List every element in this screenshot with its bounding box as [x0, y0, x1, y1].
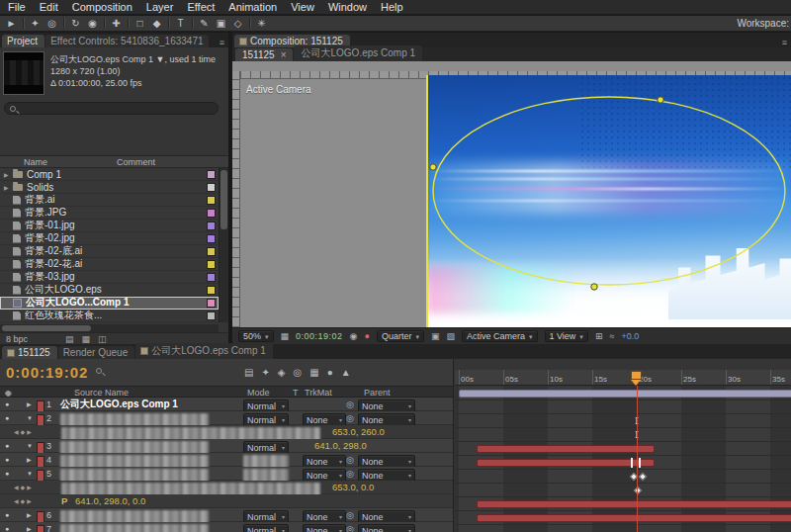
- eraser-tool[interactable]: ◇: [229, 16, 246, 31]
- mode-select[interactable]: Normal▾: [243, 524, 289, 532]
- delete-icon[interactable]: ◫: [98, 334, 107, 344]
- pickwhip-icon[interactable]: ◎: [346, 398, 354, 411]
- pickwhip-icon[interactable]: ◎: [346, 508, 354, 522]
- project-item[interactable]: ▶Comp 1: [0, 168, 219, 181]
- composition-view-image[interactable]: [426, 75, 791, 327]
- clone-stamp-tool[interactable]: ▣: [213, 16, 229, 31]
- path-vertex-point[interactable]: [591, 284, 597, 290]
- new-folder-icon[interactable]: ▤: [65, 334, 74, 344]
- pixel-aspect-correction-icon[interactable]: ⊞: [595, 331, 603, 341]
- column-name[interactable]: Name: [24, 157, 47, 167]
- twirl-icon[interactable]: ▶: [27, 508, 32, 522]
- tab-effect-controls[interactable]: Effect Controls: 5410836_1633471: [45, 35, 209, 47]
- layer-row[interactable]: ●▼5None▾◎None▾: [0, 467, 453, 481]
- twirl-icon[interactable]: ▶: [27, 398, 32, 411]
- graph-editor-icon[interactable]: ▲: [341, 367, 351, 378]
- ellipse-mask-path[interactable]: [433, 97, 785, 285]
- pen-tool[interactable]: ◆: [148, 16, 165, 31]
- twirl-icon[interactable]: ▼: [27, 411, 33, 425]
- visibility-eye-icon[interactable]: ●: [5, 398, 9, 411]
- menu-help[interactable]: Help: [374, 0, 410, 15]
- puppet-pin-tool[interactable]: ✳: [253, 16, 270, 31]
- exposure-value[interactable]: +0.0: [621, 331, 639, 341]
- layer-duration-bar[interactable]: [477, 459, 655, 467]
- twirl-icon[interactable]: ▼: [27, 439, 33, 453]
- track-row[interactable]: I: [455, 428, 791, 442]
- twirl-icon[interactable]: ▶: [27, 522, 32, 532]
- keyframe-navigator-icon[interactable]: ◀◆▶: [14, 425, 34, 439]
- keyframe-navigator-icon[interactable]: ◀◆▶: [14, 494, 34, 508]
- layer-row[interactable]: ●▶1公司大LOGO.eps Comp 1Normal▾◎None▾: [0, 398, 453, 411]
- label-color-chip[interactable]: [207, 311, 216, 320]
- layer-color-chip[interactable]: [37, 525, 44, 532]
- track-row[interactable]: [455, 497, 791, 511]
- text-tool[interactable]: T: [172, 16, 189, 31]
- layer-row[interactable]: ●▼3Normal▾641.0, 298.0: [0, 439, 453, 453]
- keyframe-marker[interactable]: [631, 458, 633, 468]
- property-row[interactable]: ◀◆▶653.0, 0.0: [0, 481, 453, 494]
- property-row[interactable]: ◀◆▶P641.0, 298.0, 0.0: [0, 494, 453, 508]
- composition-viewer[interactable]: Active Camera: [232, 61, 791, 327]
- pickwhip-icon[interactable]: ◎: [346, 453, 354, 467]
- ruler-vertical[interactable]: [232, 71, 240, 327]
- live-update-icon[interactable]: ✦: [261, 367, 269, 378]
- pickwhip-icon[interactable]: ◎: [346, 411, 354, 425]
- magnification-select[interactable]: 50%▾: [238, 330, 274, 342]
- tab-project[interactable]: Project: [2, 35, 44, 47]
- menu-effect[interactable]: Effect: [180, 0, 221, 15]
- pan-behind-tool[interactable]: ✚: [108, 16, 125, 31]
- layer-duration-bar[interactable]: [459, 390, 791, 398]
- label-color-chip[interactable]: [207, 196, 216, 205]
- visibility-eye-icon[interactable]: ●: [5, 522, 9, 532]
- bit-depth-indicator[interactable]: 8 bpc: [6, 334, 28, 344]
- layer-duration-bar[interactable]: [477, 514, 791, 522]
- label-color-chip[interactable]: [207, 247, 216, 256]
- search-icon[interactable]: [96, 368, 102, 374]
- fast-preview-icon[interactable]: ≈: [609, 331, 614, 341]
- menu-file[interactable]: File: [1, 0, 33, 15]
- shy-layers-icon[interactable]: ◎: [294, 367, 303, 378]
- visibility-eye-icon[interactable]: ●: [5, 508, 9, 522]
- twirl-icon[interactable]: ▼: [27, 467, 33, 481]
- label-color-chip[interactable]: [207, 299, 216, 308]
- brush-tool[interactable]: ✎: [196, 16, 213, 31]
- visibility-eye-icon[interactable]: ●: [5, 453, 9, 467]
- view-layout-select[interactable]: 1 View▾: [545, 330, 588, 342]
- show-channel-icon[interactable]: ●: [364, 331, 369, 341]
- track-row[interactable]: I: [455, 414, 791, 428]
- menu-layer[interactable]: Layer: [139, 0, 181, 15]
- rotation-tool[interactable]: ↻: [67, 16, 84, 31]
- project-scrollbar[interactable]: [219, 168, 228, 322]
- playhead-marker[interactable]: [631, 371, 642, 386]
- region-of-interest-icon[interactable]: ▣: [431, 331, 440, 341]
- track-row[interactable]: [455, 400, 791, 414]
- label-color-chip[interactable]: [207, 234, 216, 243]
- selection-tool[interactable]: ►: [3, 16, 20, 31]
- property-value[interactable]: 653.0, 260.0: [332, 425, 385, 439]
- property-value[interactable]: 641.0, 298.0, 0.0: [75, 494, 145, 508]
- frame-blend-icon[interactable]: ▦: [309, 367, 318, 378]
- project-hscrollbar[interactable]: [0, 324, 219, 332]
- parent-select[interactable]: None▾: [358, 524, 415, 532]
- snapshot-icon[interactable]: ◉: [350, 331, 358, 341]
- panel-menu-icon[interactable]: ≡: [216, 38, 228, 47]
- draft-3d-icon[interactable]: ◈: [278, 367, 286, 378]
- track-row[interactable]: [455, 442, 791, 456]
- twirl-icon[interactable]: ▶: [4, 184, 13, 191]
- mini-flowchart-icon[interactable]: ▤: [244, 367, 253, 378]
- menu-window[interactable]: Window: [321, 0, 374, 15]
- zoom-tool[interactable]: ◎: [44, 16, 60, 31]
- tab-timeline-logo-comp[interactable]: 公司大LOGO.eps Comp 1: [135, 343, 273, 359]
- new-composition-icon[interactable]: ▦: [82, 334, 91, 344]
- label-color-chip[interactable]: [207, 286, 216, 295]
- layer-duration-bar[interactable]: [477, 445, 655, 453]
- camera-view-select[interactable]: Active Camera▾: [462, 330, 538, 342]
- column-comment[interactable]: Comment: [117, 157, 155, 167]
- menu-composition[interactable]: Composition: [65, 0, 139, 15]
- scrollbar-thumb[interactable]: [2, 325, 91, 331]
- column-mode[interactable]: Mode: [247, 388, 270, 398]
- scrollbar-thumb[interactable]: [220, 170, 227, 229]
- mask-path-overlay[interactable]: [426, 75, 791, 327]
- track-row[interactable]: [455, 387, 791, 400]
- label-color-chip[interactable]: [207, 183, 216, 192]
